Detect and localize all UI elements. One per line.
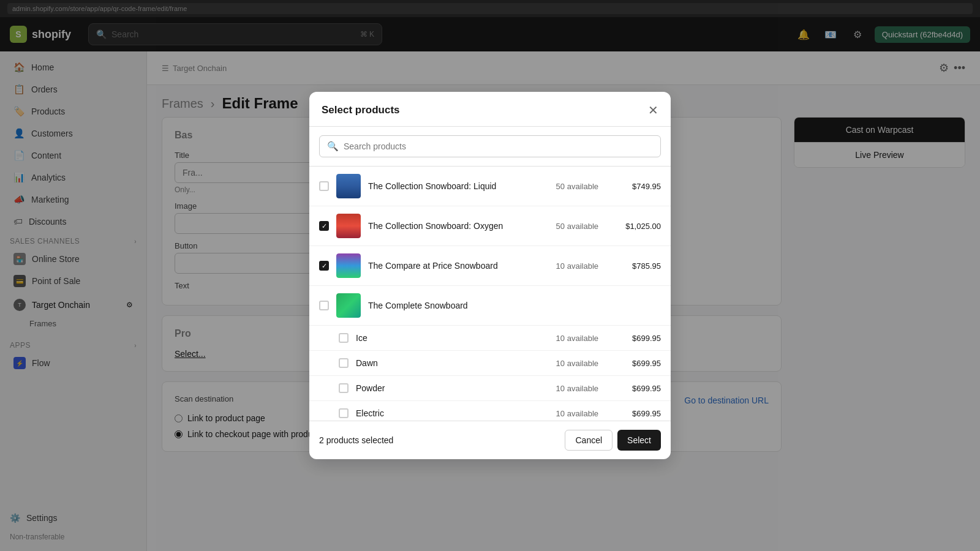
product-row-liquid[interactable]: The Collection Snowboard: Liquid 50 avai… — [309, 167, 671, 206]
sub-price-powder: $699.95 — [606, 384, 661, 393]
modal-search-icon: 🔍 — [327, 141, 339, 152]
product-name-compare: The Compare at Price Snowboard — [368, 261, 530, 271]
product-row-ice[interactable]: Ice 10 available $699.95 — [309, 326, 671, 351]
product-avail-oxygen: 50 available — [537, 222, 598, 231]
product-row-powder[interactable]: Powder 10 available $699.95 — [309, 376, 671, 401]
product-thumb-complete — [336, 293, 361, 318]
sub-avail-dawn: 10 available — [537, 359, 598, 368]
modal-search-inner: 🔍 — [319, 135, 661, 157]
sub-avail-electric: 10 available — [537, 409, 598, 418]
modal-footer-buttons: Cancel Select — [565, 430, 661, 451]
modal-close-button[interactable]: ✕ — [648, 104, 658, 116]
sub-name-electric: Electric — [356, 408, 530, 418]
product-price-compare: $785.95 — [606, 261, 661, 271]
modal-search-area: 🔍 — [309, 127, 671, 167]
sub-checkbox-powder[interactable] — [339, 383, 349, 393]
sub-price-ice: $699.95 — [606, 334, 661, 343]
product-row-oxygen[interactable]: The Collection Snowboard: Oxygen 50 avai… — [309, 206, 671, 246]
product-price-liquid: $749.95 — [606, 182, 661, 191]
product-checkbox-oxygen[interactable] — [319, 221, 329, 231]
sub-avail-ice: 10 available — [537, 334, 598, 343]
modal-product-list: The Collection Snowboard: Liquid 50 avai… — [309, 167, 671, 421]
product-name-complete: The Complete Snowboard — [368, 301, 530, 310]
product-avail-compare: 10 available — [537, 261, 598, 271]
cancel-button[interactable]: Cancel — [565, 430, 612, 451]
sub-checkbox-dawn[interactable] — [339, 358, 349, 368]
product-thumb-compare — [336, 253, 361, 278]
product-row-dawn[interactable]: Dawn 10 available $699.95 — [309, 351, 671, 376]
product-price-oxygen: $1,025.00 — [606, 222, 661, 231]
sub-checkbox-ice[interactable] — [339, 333, 349, 343]
select-button[interactable]: Select — [617, 430, 661, 451]
product-row-complete[interactable]: The Complete Snowboard — [309, 286, 671, 326]
modal-title: Select products — [322, 104, 400, 116]
sub-checkbox-electric[interactable] — [339, 408, 349, 418]
sub-price-dawn: $699.95 — [606, 359, 661, 368]
sub-avail-powder: 10 available — [537, 384, 598, 393]
modal-search-input[interactable] — [344, 141, 653, 151]
product-checkbox-liquid[interactable] — [319, 181, 329, 191]
product-name-liquid: The Collection Snowboard: Liquid — [368, 181, 530, 191]
product-row-electric[interactable]: Electric 10 available $699.95 — [309, 401, 671, 421]
modal-overlay[interactable]: Select products ✕ 🔍 The Collection Snowb… — [0, 0, 980, 551]
product-checkbox-compare[interactable] — [319, 261, 329, 271]
selected-count: 2 products selected — [319, 435, 393, 445]
sub-name-powder: Powder — [356, 383, 530, 393]
modal-header: Select products ✕ — [309, 92, 671, 127]
product-row-compare[interactable]: The Compare at Price Snowboard 10 availa… — [309, 246, 671, 286]
product-thumb-liquid — [336, 174, 361, 198]
sub-name-dawn: Dawn — [356, 358, 530, 368]
modal-footer: 2 products selected Cancel Select — [309, 421, 671, 459]
product-avail-liquid: 50 available — [537, 182, 598, 191]
product-thumb-oxygen — [336, 214, 361, 238]
product-checkbox-complete[interactable] — [319, 301, 329, 310]
sub-price-electric: $699.95 — [606, 409, 661, 418]
sub-name-ice: Ice — [356, 333, 530, 343]
select-products-modal: Select products ✕ 🔍 The Collection Snowb… — [309, 92, 671, 459]
product-name-oxygen: The Collection Snowboard: Oxygen — [368, 221, 530, 231]
